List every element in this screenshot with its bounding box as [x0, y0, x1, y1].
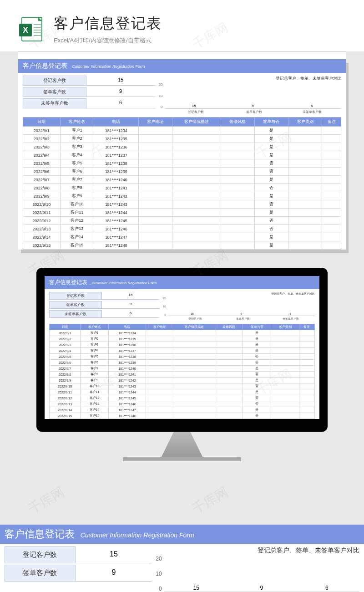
table-cell	[271, 366, 299, 372]
table-row: 2022/9/6客户6181****1239否	[50, 360, 315, 366]
table-cell	[146, 348, 174, 354]
table-cell	[288, 217, 322, 225]
table-cell	[174, 378, 215, 383]
table-cell: 否	[254, 184, 288, 192]
table-row: 2022/9/10客户10181****1243否	[50, 383, 315, 389]
table-cell	[174, 354, 215, 360]
table-cell: 2022/9/4	[50, 348, 81, 354]
table-cell: 181****1240	[94, 176, 138, 184]
table-row: 2022/9/9客户9181****1242是	[23, 192, 341, 200]
table-cell	[146, 389, 174, 395]
chart-bar: 9	[219, 312, 263, 316]
chart-x-label: 签单客户数	[222, 317, 265, 321]
table-cell	[138, 151, 172, 159]
table-row: 2022/9/11客户11181****1244是	[50, 389, 315, 395]
table-cell	[215, 407, 243, 413]
table-cell	[322, 176, 341, 184]
table-cell: 2022/9/7	[50, 366, 81, 372]
table-cell	[172, 184, 221, 192]
chart-bar: 6	[285, 104, 339, 108]
table-cell: 181****1234	[94, 127, 138, 135]
table-cell	[271, 372, 299, 378]
summary-value: 6	[102, 310, 159, 318]
summary-value: 15	[102, 292, 159, 300]
table-cell: 客户12	[81, 395, 109, 401]
table-cell: 否	[243, 360, 271, 366]
table-cell: 客户2	[81, 336, 109, 342]
summary-value: 9	[102, 301, 159, 309]
table-cell	[172, 151, 221, 159]
table-row: 2022/9/5客户5181****1238否	[23, 159, 341, 168]
table-cell: 2022/9/11	[50, 389, 81, 395]
table-cell	[299, 395, 314, 401]
table-cell	[299, 366, 314, 372]
table-cell: 客户6	[60, 168, 94, 176]
table-cell: 否	[254, 225, 288, 233]
table-cell: 2022/9/15	[23, 241, 61, 250]
table-cell	[322, 159, 341, 168]
table-cell: 181****1234	[108, 330, 146, 336]
table-cell: 181****1241	[94, 184, 138, 192]
page-title: 客户信息登记表	[54, 14, 162, 34]
table-cell	[299, 401, 314, 407]
table-cell	[288, 233, 322, 241]
table-cell: 客户8	[60, 184, 94, 192]
table-cell: 是	[254, 151, 288, 159]
table-cell	[215, 366, 243, 372]
table-cell: 2022/9/13	[23, 225, 61, 233]
table-cell	[146, 360, 174, 366]
table-header: 客户情况描述	[172, 117, 221, 127]
table-cell	[299, 354, 314, 360]
table-row: 2022/9/12客户12181****1245否	[50, 395, 315, 401]
table-cell	[271, 383, 299, 389]
table-header: 客户姓名	[81, 324, 109, 330]
template-preview-large: 客户信息登记表_Customer Information Registratio…	[18, 59, 346, 250]
table-cell: 181****1235	[94, 135, 138, 143]
template-preview-zoom: 客户信息登记表_Customer Information Registratio…	[0, 525, 364, 592]
summary-label: 签单客户数	[49, 301, 102, 309]
table-cell	[221, 200, 254, 209]
table-cell	[174, 401, 215, 407]
table-row: 2022/9/11客户11181****1244是	[23, 209, 341, 217]
table-row: 2022/9/3客户3181****1236是	[50, 342, 315, 348]
table-row: 2022/9/1客户1181****1234是	[23, 127, 341, 135]
table-cell	[172, 233, 221, 241]
table-cell: 是	[243, 407, 271, 413]
table-cell	[221, 192, 254, 200]
table-cell: 2022/9/2	[23, 135, 61, 143]
table-cell: 181****1248	[108, 413, 146, 419]
table-cell: 2022/9/15	[50, 413, 81, 419]
table-cell: 否	[254, 159, 288, 168]
monitor-mockup: 客户信息登记表_Customer Information Registratio…	[0, 268, 364, 461]
table-cell: 客户15	[81, 413, 109, 419]
table-cell: 2022/9/14	[23, 233, 61, 241]
table-cell	[215, 348, 243, 354]
table-cell	[322, 209, 341, 217]
table-cell: 2022/9/7	[23, 176, 61, 184]
table-cell	[271, 389, 299, 395]
summary-row: 未签单客户数6	[23, 98, 155, 108]
form-title-zh: 客户信息登记表	[5, 527, 75, 541]
table-cell: 181****1236	[94, 143, 138, 151]
table-cell: 181****1243	[94, 200, 138, 209]
form-header: 客户信息登记表_Customer Information Registratio…	[18, 59, 346, 73]
table-cell	[172, 135, 221, 143]
table-cell	[221, 151, 254, 159]
table-cell	[138, 127, 172, 135]
table-cell	[174, 336, 215, 342]
table-cell	[146, 372, 174, 378]
summary-value: 15	[76, 546, 152, 563]
table-cell	[221, 241, 254, 250]
table-cell	[174, 330, 215, 336]
table-cell	[322, 192, 341, 200]
table-cell: 181****1237	[94, 151, 138, 159]
table-cell: 否	[243, 372, 271, 378]
table-cell	[215, 336, 243, 342]
table-cell: 2022/9/4	[23, 151, 61, 159]
summary-label: 未签单客户数	[49, 310, 102, 318]
table-row: 2022/9/12客户12181****1245否	[23, 217, 341, 225]
bar-chart: 201001596	[159, 82, 341, 109]
table-cell: 是	[254, 176, 288, 184]
table-cell	[146, 354, 174, 360]
chart-bar: 15	[167, 585, 226, 592]
